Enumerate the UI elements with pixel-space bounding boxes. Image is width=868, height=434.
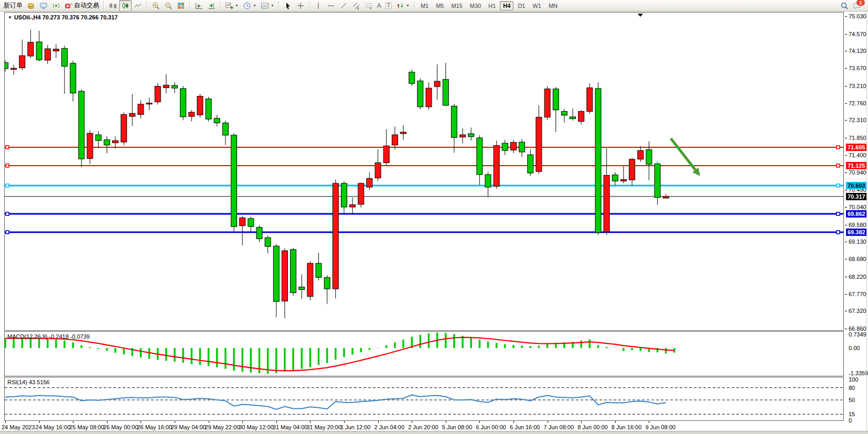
fibonacci-tool-button[interactable]: F — [362, 0, 375, 12]
arrows-icon — [396, 2, 404, 10]
timeframe-m30[interactable]: M30 — [467, 1, 484, 10]
cursor-tool-button[interactable] — [282, 0, 294, 12]
price-tick-mark — [845, 329, 847, 329]
timeframe-mn[interactable]: MN — [545, 1, 561, 10]
price-tick-label: 71.850 — [849, 135, 868, 141]
candle — [595, 89, 601, 233]
candle — [231, 135, 237, 226]
candle — [578, 112, 584, 122]
line-handle[interactable] — [837, 164, 840, 167]
line-handle[interactable] — [837, 231, 840, 234]
price-tick-mark — [845, 190, 847, 190]
shift-marker-icon[interactable] — [638, 14, 643, 17]
arrows-tool-button[interactable]: ▼ — [394, 0, 412, 12]
price-line-label: 70.603 — [846, 182, 867, 189]
tile-windows-button[interactable] — [175, 0, 187, 12]
zoom-in-button[interactable] — [149, 0, 162, 12]
time-axis[interactable]: 24 May 202324 May 16:0025 May 08:0026 Ma… — [4, 421, 844, 432]
toolbar-separator — [146, 2, 147, 10]
bar-chart-mode-button[interactable] — [106, 0, 119, 12]
trendline-tool-button[interactable] — [337, 0, 350, 12]
candle — [282, 251, 287, 301]
price-tick-mark — [845, 311, 847, 311]
zoom-in-icon — [152, 2, 160, 10]
funds-button[interactable] — [25, 0, 37, 12]
text-tool-button[interactable]: A — [375, 0, 383, 12]
channel-tool-button[interactable]: E — [350, 0, 362, 12]
timeframe-m5[interactable]: M5 — [433, 1, 447, 10]
line-handle[interactable] — [6, 184, 9, 187]
candle — [587, 88, 593, 111]
line-handle[interactable] — [837, 212, 840, 215]
line-handle[interactable] — [6, 146, 9, 149]
main-chart-panel[interactable]: ▼ USOil-,H4 70.273 70.376 70.266 70.317 — [4, 12, 844, 331]
timeframe-d1[interactable]: D1 — [515, 1, 528, 10]
label-tool-button[interactable]: T — [383, 0, 394, 12]
rsi-axis-label: 50 — [849, 397, 868, 403]
price-tick-label: 70.040 — [849, 204, 868, 210]
line-handle[interactable] — [6, 212, 9, 215]
time-tick-mark — [548, 421, 548, 423]
autotrading-label: 自动交易 — [74, 1, 99, 10]
line-chart-mode-button[interactable] — [132, 0, 144, 12]
macd-signal-line — [5, 338, 674, 371]
candle — [561, 112, 567, 115]
clock-icon — [243, 2, 251, 10]
time-axis-label: 2 Jun 20:00 — [408, 424, 438, 430]
chart-title: ▼ USOil-,H4 70.273 70.376 70.266 70.317 — [8, 14, 117, 20]
terminal-button[interactable] — [37, 0, 50, 12]
price-chart[interactable] — [5, 13, 843, 330]
search-button[interactable] — [838, 0, 851, 12]
add-indicator-button[interactable]: ▼ — [223, 0, 241, 12]
new-order-button[interactable]: 新订单 — [2, 0, 25, 12]
svg-text:E: E — [357, 7, 359, 10]
autotrading-icon — [65, 2, 73, 10]
auto-scroll-button[interactable] — [192, 0, 205, 12]
rsi-chart[interactable] — [5, 377, 843, 420]
time-tick-mark — [344, 421, 345, 423]
price-axis[interactable]: 75.03074.57074.12073.67073.21072.76072.3… — [845, 12, 868, 431]
price-tick-mark — [845, 207, 847, 208]
autotrading-button[interactable]: 自动交易 — [62, 0, 101, 12]
rsi-panel[interactable]: RSI(14) 43.5156 — [4, 377, 844, 421]
crosshair-tool-button[interactable] — [294, 0, 307, 12]
zoom-out-button[interactable] — [162, 0, 175, 12]
vertical-line-tool-button[interactable] — [312, 0, 325, 12]
signal-button[interactable] — [50, 0, 62, 12]
macd-panel[interactable]: MACD(12,26,9) -0.2418 -0.0739 — [4, 331, 844, 376]
candle — [570, 117, 576, 119]
price-tick-mark — [845, 34, 847, 35]
time-tick-mark — [141, 421, 141, 423]
time-axis-label: 25 May 08:00 — [69, 424, 104, 430]
price-tick-label: 68.220 — [849, 274, 868, 280]
templates-button[interactable]: ▼ — [259, 0, 276, 12]
candle — [95, 135, 101, 140]
periods-button[interactable]: ▼ — [241, 0, 259, 12]
macd-chart[interactable] — [5, 332, 843, 376]
price-tick-mark — [845, 68, 847, 69]
timeframe-h4[interactable]: H4 — [500, 1, 513, 10]
line-handle[interactable] — [837, 184, 840, 187]
candle — [604, 176, 609, 232]
horizontal-line-tool-button[interactable] — [325, 0, 337, 12]
candle — [646, 150, 652, 165]
line-handle[interactable] — [837, 146, 840, 149]
timeframe-m15[interactable]: M15 — [448, 1, 465, 10]
toolbar-separator — [309, 2, 310, 10]
time-axis-label: 31 May 04:00 — [273, 424, 308, 430]
rsi-axis-label: 100 — [849, 376, 868, 383]
vertical-line-icon — [314, 2, 323, 10]
timeframe-w1[interactable]: W1 — [529, 1, 544, 10]
price-tick-label: 71.400 — [849, 152, 868, 158]
timeframe-h1[interactable]: H1 — [485, 1, 499, 10]
candle — [206, 99, 211, 120]
svg-text:F: F — [370, 7, 372, 10]
notifications-button[interactable]: 1 — [851, 0, 863, 12]
chart-shift-button[interactable] — [205, 0, 218, 12]
collapse-triangle-icon[interactable]: ▼ — [8, 15, 12, 20]
candle-chart-mode-button[interactable] — [119, 0, 132, 12]
timeframe-m1[interactable]: M1 — [417, 1, 432, 10]
candle — [426, 88, 432, 107]
line-handle[interactable] — [6, 231, 9, 234]
line-handle[interactable] — [6, 164, 9, 167]
